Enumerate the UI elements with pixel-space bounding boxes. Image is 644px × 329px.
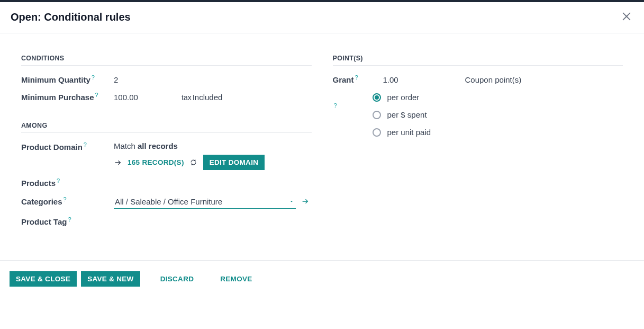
modal-title: Open: Conditional rules — [11, 11, 131, 23]
label-product-domain: Product Domain? — [21, 141, 114, 152]
row-grant: Grant? 1.00 Coupon point(s) — [333, 74, 623, 84]
row-min-purchase: Minimum Purchase? 100.00 taxIncluded — [21, 92, 312, 102]
label-products: Products? — [21, 177, 114, 188]
row-product-tag: Product Tag? — [21, 216, 312, 226]
section-points: POINT(S) — [333, 55, 623, 66]
section-conditions: CONDITIONS — [21, 55, 312, 66]
caret-down-icon — [288, 197, 295, 206]
radio-per-unit[interactable]: per unit paid — [373, 128, 623, 137]
label-text: Minimum Purchase — [21, 93, 94, 102]
row-categories: Categories? All / Saleable / Office Furn… — [21, 195, 312, 209]
row-product-domain: Product Domain? Match all records 165 RE… — [21, 141, 312, 170]
right-column: POINT(S) Grant? 1.00 Coupon point(s) ? p — [333, 55, 623, 234]
label-text: Minimum Quantity — [21, 75, 90, 84]
label-min-quantity: Minimum Quantity? — [21, 74, 114, 84]
help-icon[interactable]: ? — [334, 102, 337, 109]
radio-per-order[interactable]: per order — [373, 93, 623, 102]
categories-dropdown[interactable]: All / Saleable / Office Furniture — [114, 195, 296, 209]
save-close-button[interactable]: SAVE & CLOSE — [10, 271, 77, 287]
label-product-tag: Product Tag? — [21, 216, 114, 226]
match-prefix: Match — [114, 141, 138, 150]
section-among: AMONG — [21, 122, 312, 133]
radio-per-spent[interactable]: per $ spent — [373, 110, 623, 119]
remove-button[interactable]: REMOVE — [214, 271, 258, 287]
label-categories: Categories? — [21, 196, 114, 206]
label-text: Product Domain — [21, 143, 83, 152]
modal-dialog: Open: Conditional rules CONDITIONS Minim… — [0, 0, 644, 297]
tax-label: tax — [182, 93, 192, 102]
grant-unit: Coupon point(s) — [465, 75, 522, 84]
external-link-icon[interactable] — [301, 197, 310, 207]
value-grant[interactable]: 1.00 — [383, 75, 398, 84]
save-new-button[interactable]: SAVE & NEW — [81, 271, 140, 287]
help-icon[interactable]: ? — [68, 216, 71, 223]
label-text: Grant — [333, 75, 354, 84]
radio-icon — [373, 111, 381, 119]
help-icon[interactable]: ? — [92, 74, 95, 81]
refresh-icon[interactable] — [189, 158, 198, 167]
help-icon[interactable]: ? — [355, 74, 358, 81]
value-min-quantity[interactable]: 2 — [114, 75, 118, 84]
left-column: CONDITIONS Minimum Quantity? 2 Minimum P… — [21, 55, 312, 234]
modal-body: CONDITIONS Minimum Quantity? 2 Minimum P… — [0, 33, 644, 260]
row-min-quantity: Minimum Quantity? 2 — [21, 74, 312, 84]
radio-icon — [373, 128, 381, 137]
label-text: Product Tag — [21, 217, 67, 226]
radio-label: per unit paid — [387, 128, 431, 137]
radio-label: per $ spent — [387, 110, 427, 119]
arrow-right-icon — [114, 158, 122, 167]
label-grant: Grant? — [333, 74, 373, 84]
close-icon[interactable] — [621, 11, 633, 23]
value-min-purchase[interactable]: 100.00 — [114, 93, 172, 102]
radio-label: per order — [387, 93, 420, 102]
records-link[interactable]: 165 RECORD(S) — [128, 158, 184, 166]
radio-icon — [373, 93, 381, 102]
label-min-purchase: Minimum Purchase? — [21, 92, 114, 102]
grant-mode-radio-group: per order per $ spent per unit paid — [373, 93, 623, 137]
tax-field: taxIncluded — [182, 93, 222, 102]
modal-header: Open: Conditional rules — [0, 2, 644, 33]
edit-domain-button[interactable]: EDIT DOMAIN — [203, 155, 265, 170]
help-icon[interactable]: ? — [84, 141, 87, 148]
discard-button[interactable]: DISCARD — [154, 271, 201, 287]
row-products: Products? — [21, 177, 312, 188]
tax-value[interactable]: Included — [193, 93, 223, 102]
help-icon[interactable]: ? — [57, 177, 60, 184]
label-text: Categories — [21, 197, 62, 206]
categories-value: All / Saleable / Office Furniture — [115, 197, 222, 206]
help-icon[interactable]: ? — [95, 92, 98, 98]
label-text: Products — [21, 179, 56, 188]
domain-match-text: Match all records — [114, 141, 312, 150]
modal-footer: SAVE & CLOSE SAVE & NEW DISCARD REMOVE — [0, 260, 644, 297]
domain-actions: 165 RECORD(S) EDIT DOMAIN — [114, 155, 312, 170]
match-value: all records — [138, 141, 178, 150]
help-icon[interactable]: ? — [64, 196, 67, 202]
